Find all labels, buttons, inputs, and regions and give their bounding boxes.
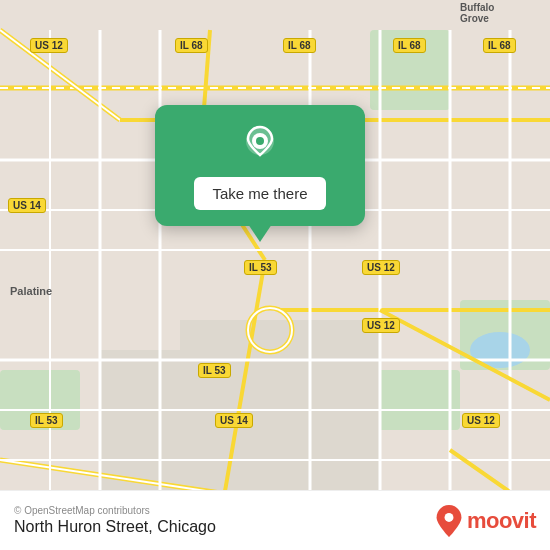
road-label-us12-tl: US 12	[30, 38, 68, 53]
road-label-us12-mid: US 12	[362, 260, 400, 275]
moovit-pin-icon	[435, 505, 463, 537]
bottom-left: © OpenStreetMap contributors North Huron…	[14, 505, 216, 536]
road-label-il68-2: IL 68	[283, 38, 316, 53]
place-label-buffalo-grove: BuffaloGrove	[460, 2, 494, 24]
place-label-palatine: Palatine	[10, 285, 52, 297]
bottom-bar: © OpenStreetMap contributors North Huron…	[0, 490, 550, 550]
road-label-il68-3: IL 68	[393, 38, 426, 53]
road-label-il68-4: IL 68	[483, 38, 516, 53]
location-pin-icon	[238, 123, 282, 167]
map-roads	[0, 0, 550, 550]
moovit-text: moovit	[467, 508, 536, 534]
road-label-il53-3: IL 53	[30, 413, 63, 428]
svg-point-39	[444, 513, 453, 522]
attribution-text: © OpenStreetMap contributors	[14, 505, 216, 516]
road-label-il53-2: IL 53	[198, 363, 231, 378]
moovit-logo: moovit	[435, 505, 536, 537]
svg-point-38	[256, 137, 264, 145]
road-label-il53-1: IL 53	[244, 260, 277, 275]
road-label-il68-1: IL 68	[175, 38, 208, 53]
take-me-there-button[interactable]: Take me there	[194, 177, 325, 210]
road-label-us14-bot: US 14	[215, 413, 253, 428]
road-label-us12-mid2: US 12	[362, 318, 400, 333]
location-name: North Huron Street, Chicago	[14, 518, 216, 536]
svg-rect-2	[370, 370, 460, 430]
road-label-us12-br: US 12	[462, 413, 500, 428]
popup-card: Take me there	[155, 105, 365, 226]
map-container: US 12 IL 68 IL 68 IL 68 IL 68 US 14 IL 5…	[0, 0, 550, 550]
road-label-us14-left: US 14	[8, 198, 46, 213]
